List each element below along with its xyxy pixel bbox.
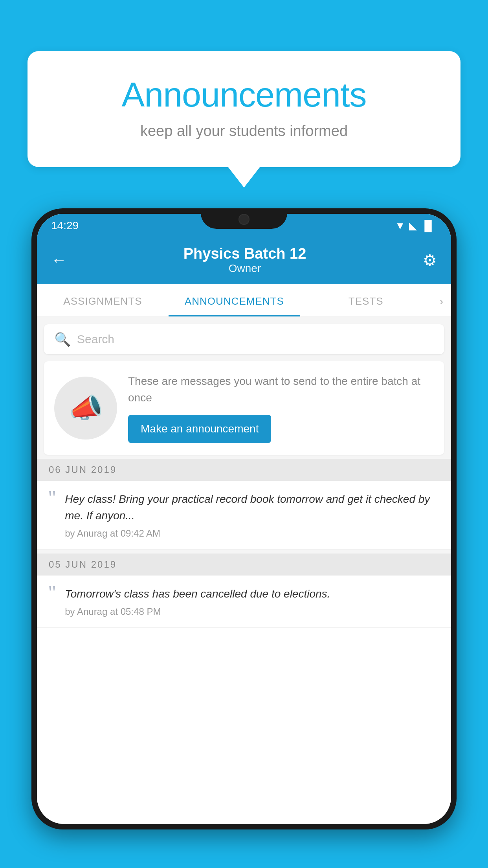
phone-notch [201,208,287,229]
announcement-text-1: Hey class! Bring your practical record b… [65,491,440,539]
status-time: 14:29 [51,219,79,232]
signal-icon: ◣ [409,220,417,232]
wifi-icon: ▼ [395,220,405,232]
announcement-text-2: Tomorrow's class has been cancelled due … [65,586,440,617]
speech-bubble-area: Announcements keep all your students inf… [28,51,460,167]
bubble-title: Announcements [59,75,429,115]
quote-icon-1: " [48,488,56,508]
tab-bar: ASSIGNMENTS ANNOUNCEMENTS TESTS › [37,284,451,317]
bubble-subtitle: keep all your students informed [59,123,429,140]
announcement-message-1: Hey class! Bring your practical record b… [65,491,440,524]
announce-icon-circle: 📣 [54,377,117,440]
announcement-author-2: by Anurag at 05:48 PM [65,606,440,617]
content-area: 🔍 Search 📣 These are messages you want t… [37,317,451,628]
make-announcement-button[interactable]: Make an announcement [128,415,271,443]
phone-screen: 14:29 ▼ ◣ ▐▌ ← Physics Batch 12 Owner ⚙ … [37,214,451,824]
announcement-empty-state: 📣 These are messages you want to send to… [44,361,444,455]
speech-bubble: Announcements keep all your students inf… [28,51,460,167]
phone: 14:29 ▼ ◣ ▐▌ ← Physics Batch 12 Owner ⚙ … [31,208,457,829]
announce-description: These are messages you want to send to t… [128,373,434,406]
back-button[interactable]: ← [51,251,67,269]
announcement-item-1[interactable]: " Hey class! Bring your practical record… [37,481,451,550]
phone-container: 14:29 ▼ ◣ ▐▌ ← Physics Batch 12 Owner ⚙ … [31,208,457,868]
announcement-message-2: Tomorrow's class has been cancelled due … [65,586,440,602]
search-bar[interactable]: 🔍 Search [44,324,444,354]
battery-icon: ▐▌ [421,220,435,232]
announcement-author-1: by Anurag at 09:42 AM [65,528,440,539]
date-separator-1: 06 JUN 2019 [37,459,451,481]
megaphone-icon: 📣 [69,392,103,424]
quote-icon-2: " [48,583,56,603]
phone-camera [238,214,250,225]
tab-assignments[interactable]: ASSIGNMENTS [37,284,169,316]
date-separator-2: 05 JUN 2019 [37,554,451,576]
tab-more-icon[interactable]: › [432,284,451,316]
search-placeholder: Search [77,333,114,346]
header-title-area: Physics Batch 12 Owner [67,245,423,275]
tab-tests[interactable]: TESTS [300,284,432,316]
batch-title: Physics Batch 12 [67,245,423,262]
app-header: ← Physics Batch 12 Owner ⚙ [37,237,451,284]
announce-right: These are messages you want to send to t… [128,373,434,443]
status-icons: ▼ ◣ ▐▌ [395,220,435,232]
search-icon: 🔍 [54,331,71,347]
tab-announcements[interactable]: ANNOUNCEMENTS [169,284,300,316]
batch-role: Owner [67,262,423,275]
announcement-item-2[interactable]: " Tomorrow's class has been cancelled du… [37,576,451,628]
settings-icon[interactable]: ⚙ [423,251,437,269]
